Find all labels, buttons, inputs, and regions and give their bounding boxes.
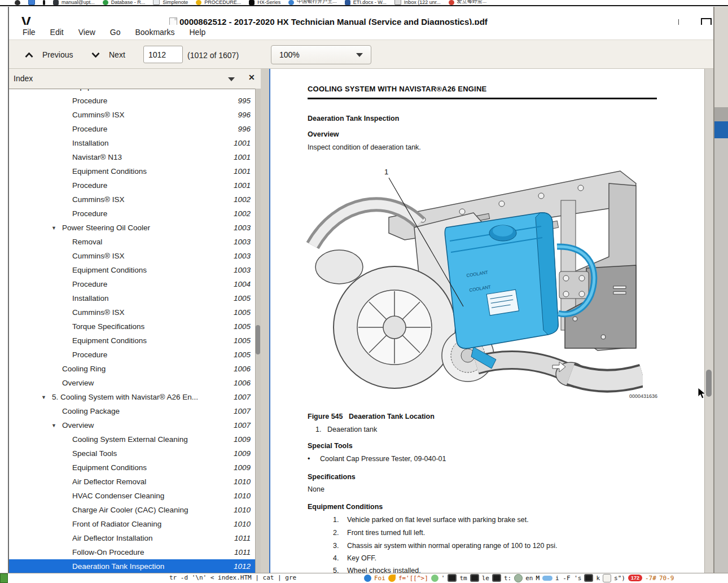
tree-row-label: Cummins® ISX: [72, 108, 124, 122]
tree-collapse-icon[interactable]: ▼: [41, 394, 46, 400]
taskbar-tab[interactable]: [28, 0, 35, 5]
tree-collapse-icon[interactable]: ▼: [51, 225, 56, 231]
tree-row[interactable]: Equipment Conditions1001: [9, 164, 255, 178]
equipment-item-text: Chassis air system within normal operati…: [347, 542, 557, 550]
tree-row[interactable]: Installation1001: [9, 136, 255, 150]
taskbar-tab[interactable]: [15, 0, 20, 5]
tree-row-label: Air Deflector Installation: [72, 531, 153, 545]
zoom-dropdown[interactable]: 100%: [271, 45, 371, 64]
previous-button[interactable]: Previous: [17, 46, 87, 64]
tree-row[interactable]: Deaeration Tank Inspection1012: [9, 559, 255, 573]
tree-row-page: 1003: [234, 221, 251, 235]
taskbar-tab[interactable]: manual@upt...: [53, 0, 95, 5]
taskbar-text-fragment: s"): [614, 575, 625, 582]
taskbar-tab-label: PROCEDURE...: [204, 0, 241, 5]
menu-file[interactable]: File: [23, 28, 36, 37]
next-label: Next: [109, 50, 125, 59]
taskbar-tab[interactable]: ETI.docx - W...: [345, 0, 387, 5]
tree-row[interactable]: Equipment Conditions1009: [9, 461, 255, 475]
tree-row-page: 1007: [234, 390, 251, 404]
tree-collapse-icon[interactable]: ▼: [51, 423, 56, 428]
star-icon[interactable]: [388, 575, 396, 582]
menu-bookmarks[interactable]: Bookmarks: [135, 28, 174, 37]
tree-row[interactable]: Procedure1001: [9, 178, 255, 192]
tree-row[interactable]: Equipment Conditions995: [9, 89, 255, 94]
tree-row[interactable]: Installation1005: [9, 291, 255, 305]
panel-splitter[interactable]: [261, 69, 269, 573]
tree-row[interactable]: Procedure1002: [9, 207, 255, 221]
sidebar-dropdown-icon[interactable]: [228, 77, 235, 81]
dots-icon[interactable]: [431, 575, 438, 582]
taskbar-text-fragment: 70-9: [659, 575, 674, 582]
tree-row[interactable]: Cummins® ISX996: [9, 108, 255, 122]
tree-row[interactable]: Cooling Package1007: [9, 404, 255, 418]
next-button[interactable]: Next: [84, 46, 137, 64]
specifications-text: None: [308, 485, 324, 493]
tree-row[interactable]: Equipment Conditions1003: [9, 263, 255, 277]
tree-row[interactable]: ▼Overview1007: [9, 418, 255, 432]
tree-row[interactable]: Overview1006: [9, 376, 255, 390]
menu-go[interactable]: Go: [110, 28, 121, 37]
tree-row-label: Equipment Conditions: [72, 164, 147, 178]
tree-row[interactable]: Cummins® ISX1005: [9, 305, 255, 319]
tree-row[interactable]: Procedure1005: [9, 348, 255, 362]
taskbar-tab[interactable]: Inbox (122 unr...: [394, 0, 441, 5]
titlebar[interactable]: V 0000862512 - 2017-2020 HX Technician M…: [9, 7, 714, 25]
tree-row[interactable]: Air Deflector Installation1011: [9, 531, 255, 545]
tree-row[interactable]: ▼5. Cooling System with Navistar® A26 En…: [9, 390, 255, 404]
tree-row[interactable]: Cummins® ISX1003: [9, 249, 255, 263]
menu-view[interactable]: View: [78, 28, 95, 37]
terminal-command-text: tr -d '\n' < index.HTM | cat | gre: [169, 574, 296, 581]
tree-row[interactable]: Procedure996: [9, 122, 255, 136]
sidebar-title: Index: [14, 74, 33, 83]
term-icon[interactable]: [470, 574, 479, 582]
taskbar-tab[interactable]: PROCEDURE...: [196, 0, 241, 5]
taskbar-tab[interactable]: Database - R...: [103, 0, 146, 5]
circle-blue-icon[interactable]: [364, 575, 371, 582]
taskbar-tab[interactable]: [43, 0, 45, 5]
tree-row[interactable]: Special Tools1009: [9, 446, 255, 461]
tree-row[interactable]: Procedure1004: [9, 277, 255, 291]
tree-row[interactable]: Air Deflector Removal1010: [9, 475, 255, 489]
sidebar-scrollbar-thumb[interactable]: [256, 325, 260, 354]
taskbar-tab[interactable]: HX-Series: [249, 0, 280, 5]
tree-row[interactable]: Charge Air Cooler (CAC) Cleaning1010: [9, 503, 255, 517]
document-scrollbar[interactable]: [704, 69, 713, 573]
page-number-input[interactable]: [143, 46, 183, 63]
taskbar-tab[interactable]: 爱立每野蛮...: [449, 0, 487, 5]
tree-row[interactable]: Cooling System External Cleaning1009: [9, 432, 255, 446]
menu-edit[interactable]: Edit: [50, 28, 64, 37]
tree-row[interactable]: Cummins® ISX1002: [9, 192, 255, 207]
term-icon[interactable]: [448, 574, 457, 582]
globe-icon[interactable]: [514, 574, 523, 582]
tree-row[interactable]: Removal1003: [9, 235, 255, 249]
tree-row[interactable]: Cooling Ring1006: [9, 362, 255, 376]
term-icon[interactable]: [584, 574, 593, 582]
taskbar-tab-label: Inbox (122 unr...: [404, 0, 441, 5]
tree-row[interactable]: Front of Radiator Cleaning1010: [9, 517, 255, 531]
pill-icon[interactable]: [542, 576, 552, 581]
tree-row-label: Overview: [62, 376, 94, 390]
book-icon[interactable]: [603, 574, 611, 582]
tree-row-label: Special Tools: [72, 446, 117, 461]
tree-row[interactable]: Follow-On Procedure1011: [9, 545, 255, 559]
document-scrollbar-thumb[interactable]: [706, 370, 712, 397]
special-tools-heading: Special Tools: [308, 442, 353, 450]
tree-row-page: 1009: [234, 432, 251, 446]
taskbar-tab[interactable]: 中国银行开户王...: [288, 0, 337, 5]
tree-row[interactable]: Navistar® N131001: [9, 150, 255, 164]
tree-row[interactable]: Equipment Conditions1005: [9, 334, 255, 348]
tree-row[interactable]: Torque Specifications1005: [9, 319, 255, 334]
taskbar-tab[interactable]: Simplenote: [153, 0, 188, 5]
index-tree-panel: Equipment Conditions995Procedure995Cummi…: [9, 89, 255, 573]
tree-row-page: 1009: [234, 446, 251, 461]
tree-row[interactable]: ▼Power Steering Oil Cooler1003: [9, 221, 255, 235]
tree-row-label: Air Deflector Removal: [72, 475, 146, 489]
tree-row[interactable]: HVAC Condenser Cleaning1010: [9, 489, 255, 503]
menu-help[interactable]: Help: [190, 28, 206, 37]
sidebar-close-icon[interactable]: ✕: [248, 73, 255, 82]
tree-row[interactable]: Procedure995: [9, 94, 255, 108]
term-icon[interactable]: [492, 574, 501, 582]
taskbar-green-icon[interactable]: [0, 573, 8, 583]
equipment-item-text: Key OFF.: [347, 554, 376, 562]
